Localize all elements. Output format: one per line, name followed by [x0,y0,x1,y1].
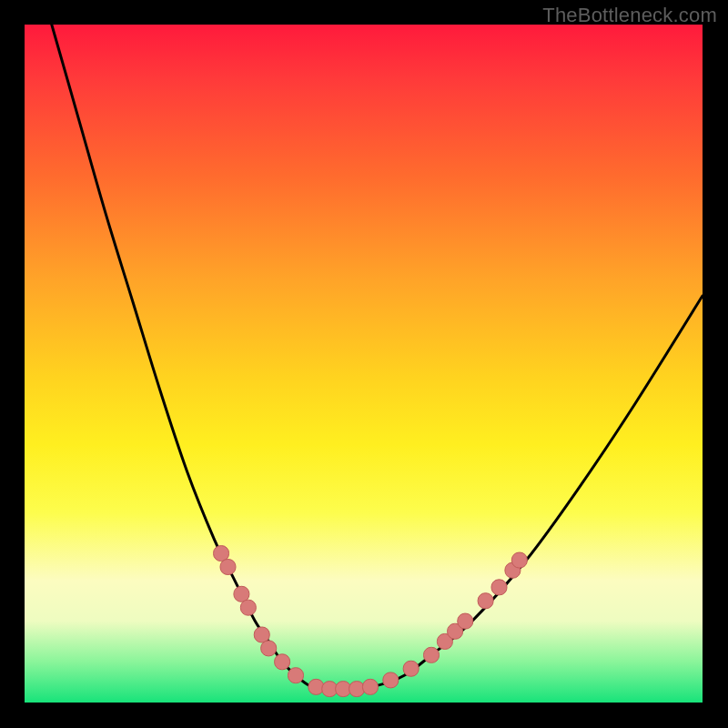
curve-marker [362,679,378,694]
curve-marker [240,600,256,615]
curve-marker [458,613,473,629]
curve-marker [424,647,440,662]
curve-marker [275,654,290,670]
curve-marker [254,627,269,642]
curve-marker [234,586,249,602]
curve-marker [308,679,324,694]
plot-svg [25,25,703,703]
curve-marker [288,668,304,683]
curve-marker [214,546,229,561]
plot-area [25,25,703,703]
curve-marker [491,580,507,595]
curve-marker [511,552,527,568]
curve-marker [478,593,493,609]
curve-marker [403,661,419,676]
curve-marker [349,682,365,697]
curve-marker [261,641,277,656]
curve-marker [220,560,236,575]
bottleneck-curve [52,25,703,689]
curve-marker [383,672,399,688]
watermark-text: TheBottleneck.com [542,4,717,27]
